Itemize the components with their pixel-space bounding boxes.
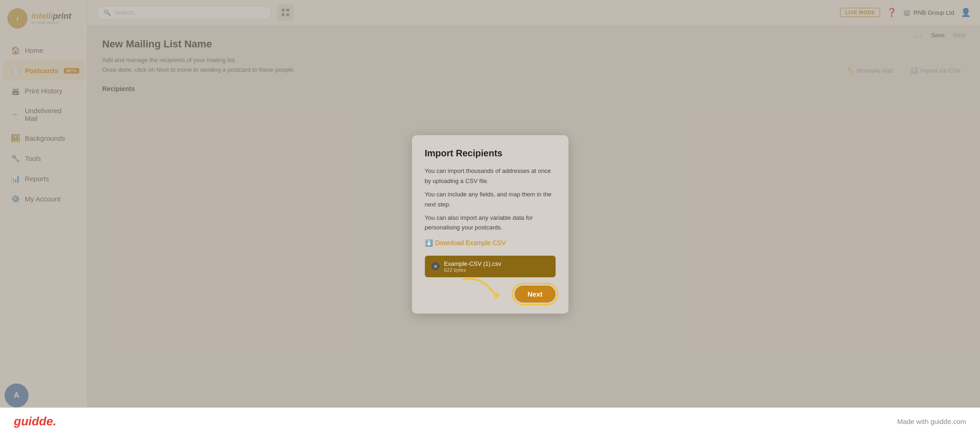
guidde-logo: guidde. bbox=[14, 414, 56, 429]
modal-body-1: You can import thousands of addresses at… bbox=[425, 166, 556, 186]
building-icon: 🏢 bbox=[903, 9, 910, 16]
backgrounds-icon: 🖼️ bbox=[11, 134, 20, 143]
import-recipients-modal: Import Recipients You can import thousan… bbox=[412, 135, 568, 314]
sidebar-label-reports: Reports bbox=[25, 175, 49, 183]
sidebar: i intelliprint BY RNB GROUP 🏠 Home ✉️ Po… bbox=[0, 0, 87, 407]
download-icon: ⬇️ bbox=[425, 239, 433, 246]
uploaded-file: ✕ Example-CSV (1).csv 622 bytes bbox=[425, 256, 556, 277]
made-with-guidde: Made with guidde.com bbox=[897, 418, 966, 425]
sidebar-item-postcards[interactable]: ✉️ Postcards BETA bbox=[3, 61, 84, 80]
sidebar-label-my-account: My Account bbox=[25, 195, 61, 203]
sidebar-item-backgrounds[interactable]: 🖼️ Backgrounds bbox=[3, 128, 84, 148]
logo-area: i intelliprint BY RNB GROUP bbox=[0, 0, 87, 35]
postcards-icon: ✉️ bbox=[11, 66, 20, 75]
save-button[interactable]: Save bbox=[931, 32, 945, 39]
sidebar-label-home: Home bbox=[25, 46, 43, 54]
file-size: 622 bytes bbox=[444, 267, 549, 273]
sidebar-item-tools[interactable]: 🔧 Tools bbox=[3, 149, 84, 168]
undelivered-icon: ← bbox=[11, 110, 20, 119]
pen-icon: ✏️ bbox=[847, 67, 854, 74]
logo-icon: i bbox=[7, 8, 28, 29]
modal-body-2: You can include any fields, and map them… bbox=[425, 189, 556, 209]
search-placeholder: Search... bbox=[115, 9, 139, 16]
file-name: Example-CSV (1).csv bbox=[444, 260, 549, 267]
manually-add-button[interactable]: ✏️ Manually Add bbox=[842, 64, 898, 77]
bottom-bar: guidde. Made with guidde.com bbox=[0, 407, 980, 435]
modal-title: Import Recipients bbox=[425, 148, 556, 159]
sidebar-label-tools: Tools bbox=[25, 155, 41, 162]
header: 🔍 Search... LIVE MODE ❓ 🏢 RNB Group Ltd … bbox=[87, 0, 980, 25]
page-title: New Mailing List Name bbox=[102, 38, 965, 50]
import-csv-button[interactable]: ⬆️ Import via CSV bbox=[906, 64, 965, 77]
file-info: Example-CSV (1).csv 622 bytes bbox=[444, 260, 549, 273]
sidebar-item-my-account[interactable]: ⚙️ My Account bbox=[3, 189, 84, 209]
recipients-label: Recipients bbox=[102, 85, 965, 92]
search-bar[interactable]: 🔍 Search... bbox=[97, 6, 272, 19]
svg-rect-5 bbox=[286, 13, 289, 16]
postcards-badge: BETA bbox=[64, 68, 80, 74]
home-icon: 🏠 bbox=[11, 46, 20, 55]
sidebar-item-undelivered-mail[interactable]: ← Undelivered Mail bbox=[3, 101, 84, 128]
modal-body-3: You can also import any variable data fo… bbox=[425, 213, 556, 233]
svg-rect-3 bbox=[286, 9, 289, 11]
download-csv-link[interactable]: ⬇️ Download Example CSV bbox=[425, 239, 556, 246]
svg-rect-2 bbox=[282, 9, 284, 11]
avatar[interactable]: A bbox=[5, 383, 29, 407]
search-icon: 🔍 bbox=[104, 9, 111, 16]
manually-add-label: Manually Add bbox=[857, 67, 893, 74]
import-csv-label: Import via CSV bbox=[921, 67, 961, 74]
company-name: 🏢 RNB Group Ltd bbox=[903, 9, 954, 16]
help-icon[interactable]: ❓ bbox=[887, 7, 897, 17]
my-account-icon: ⚙️ bbox=[11, 195, 20, 203]
user-icon[interactable]: 👤 bbox=[961, 7, 971, 17]
sidebar-item-reports[interactable]: 📊 Reports bbox=[3, 169, 84, 189]
modal-body: You can import thousands of addresses at… bbox=[425, 166, 556, 233]
tools-icon: 🔧 bbox=[11, 154, 20, 163]
print-history-icon: 🖨️ bbox=[11, 86, 20, 95]
file-close-button[interactable]: ✕ bbox=[431, 262, 440, 270]
upload-icon: ⬆️ bbox=[910, 67, 918, 74]
page-subtitle: Add and manage the recipients of your ma… bbox=[102, 56, 965, 75]
sidebar-label-undelivered: Undelivered Mail bbox=[25, 107, 76, 122]
download-link-label: Download Example CSV bbox=[435, 239, 506, 246]
logo-text-area: intelliprint BY RNB GROUP bbox=[31, 12, 71, 25]
company-label: RNB Group Ltd bbox=[913, 9, 954, 16]
next-button-header[interactable]: Next bbox=[953, 32, 965, 39]
grid-icon[interactable] bbox=[277, 4, 294, 21]
svg-rect-4 bbox=[282, 13, 284, 16]
header-right: LIVE MODE ❓ 🏢 RNB Group Ltd 👤 bbox=[840, 7, 971, 17]
sidebar-item-print-history[interactable]: 🖨️ Print History bbox=[3, 81, 84, 101]
sidebar-label-postcards: Postcards bbox=[25, 67, 58, 74]
reports-icon: 📊 bbox=[11, 174, 20, 183]
sidebar-label-backgrounds: Backgrounds bbox=[25, 134, 65, 142]
live-mode-badge[interactable]: LIVE MODE bbox=[840, 8, 880, 17]
sidebar-nav: 🏠 Home ✉️ Postcards BETA 🖨️ Print Histor… bbox=[0, 35, 87, 214]
logo-subtitle: BY RNB GROUP bbox=[31, 21, 71, 25]
arrow-indicator bbox=[454, 275, 514, 307]
modal-next-button[interactable]: Next bbox=[515, 286, 556, 303]
sidebar-label-print-history: Print History bbox=[25, 87, 63, 95]
sidebar-item-home[interactable]: 🏠 Home bbox=[3, 40, 84, 60]
more-button[interactable]: ... bbox=[914, 31, 922, 39]
